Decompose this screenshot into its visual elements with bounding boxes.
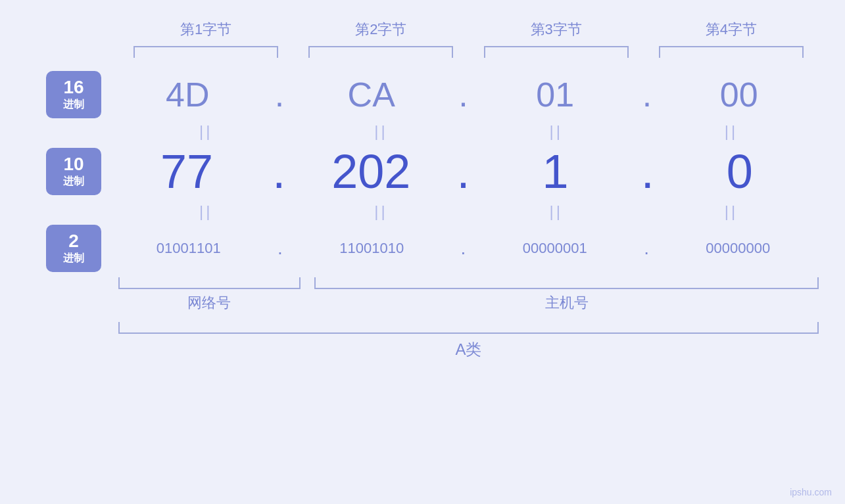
decimal-values: 77 . 202 . 1 . 0 [108, 145, 819, 198]
eq1-4: || [659, 122, 804, 141]
decimal-byte1: 77 [114, 145, 259, 198]
decimal-label-num: 10 [63, 154, 84, 175]
decimal-dot3: . [641, 145, 654, 198]
top-bracket-row [26, 46, 819, 58]
col-header-2: 第2字节 [308, 20, 453, 39]
hex-values: 4D . CA . 01 . 00 [108, 75, 819, 114]
bracket-3 [484, 46, 629, 58]
binary-dot1: . [278, 238, 283, 259]
network-bracket [118, 277, 301, 289]
hex-label: 16 进制 [46, 71, 101, 118]
eq2-4: || [659, 202, 804, 221]
decimal-byte4: 0 [667, 145, 812, 198]
binary-byte4: 00000000 [665, 240, 810, 257]
decimal-label: 10 进制 [46, 148, 101, 195]
binary-label-text: 进制 [63, 252, 84, 265]
class-section: A类 [26, 322, 819, 360]
decimal-dot2: . [456, 145, 470, 198]
main-container: 第1字节 第2字节 第3字节 第4字节 16 进制 4D . CA . 01 .… [0, 0, 845, 504]
decimal-byte3: 1 [483, 145, 628, 198]
hex-byte1: 4D [115, 75, 260, 114]
hex-byte4: 00 [667, 75, 811, 114]
host-bracket [314, 277, 819, 289]
equals-row-1: || || || || [26, 122, 819, 141]
hex-byte2: CA [299, 75, 444, 114]
binary-row: 2 进制 01001101 . 11001010 . 00000001 . 00… [26, 225, 819, 272]
col-header-1: 第1字节 [133, 20, 278, 39]
bracket-2 [308, 46, 453, 58]
bracket-1 [133, 46, 278, 58]
eq2-2: || [308, 202, 453, 221]
eq2-3: || [484, 202, 629, 221]
decimal-byte2: 202 [299, 145, 443, 198]
decimal-dot1: . [272, 145, 285, 198]
eq1-1: || [133, 122, 278, 141]
host-label: 主机号 [545, 293, 589, 313]
binary-dot2: . [461, 238, 466, 259]
eq1-3: || [484, 122, 629, 141]
host-area: 主机号 [314, 277, 819, 313]
binary-label-num: 2 [68, 231, 79, 252]
class-label: A类 [118, 339, 819, 360]
hex-label-text: 进制 [63, 98, 84, 112]
hex-dot1: . [275, 75, 284, 114]
binary-dot3: . [644, 238, 649, 259]
decimal-row: 10 进制 77 . 202 . 1 . 0 [26, 145, 819, 198]
hex-byte3: 01 [483, 75, 627, 114]
binary-values: 01001101 . 11001010 . 00000001 . 0000000… [108, 238, 819, 259]
bracket-4 [659, 46, 804, 58]
network-area: 网络号 [118, 277, 301, 313]
binary-byte1: 01001101 [116, 240, 261, 257]
hex-label-num: 16 [63, 78, 84, 98]
network-host-section: 网络号 主机号 [26, 277, 819, 313]
equals-row-2: || || || || [26, 202, 819, 221]
eq2-1: || [133, 202, 278, 221]
binary-label: 2 进制 [46, 225, 101, 272]
class-bracket [118, 322, 819, 334]
watermark: ipshu.com [790, 487, 832, 497]
col-header-3: 第3字节 [484, 20, 629, 39]
binary-byte2: 11001010 [299, 240, 444, 257]
column-headers: 第1字节 第2字节 第3字节 第4字节 [26, 0, 819, 39]
decimal-label-text: 进制 [63, 175, 84, 189]
col-header-4: 第4字节 [659, 20, 804, 39]
hex-dot3: . [642, 75, 652, 114]
network-label: 网络号 [187, 293, 231, 313]
binary-byte3: 00000001 [483, 240, 627, 257]
eq1-2: || [308, 122, 453, 141]
hex-row: 16 进制 4D . CA . 01 . 00 [26, 71, 819, 118]
hex-dot2: . [458, 75, 468, 114]
